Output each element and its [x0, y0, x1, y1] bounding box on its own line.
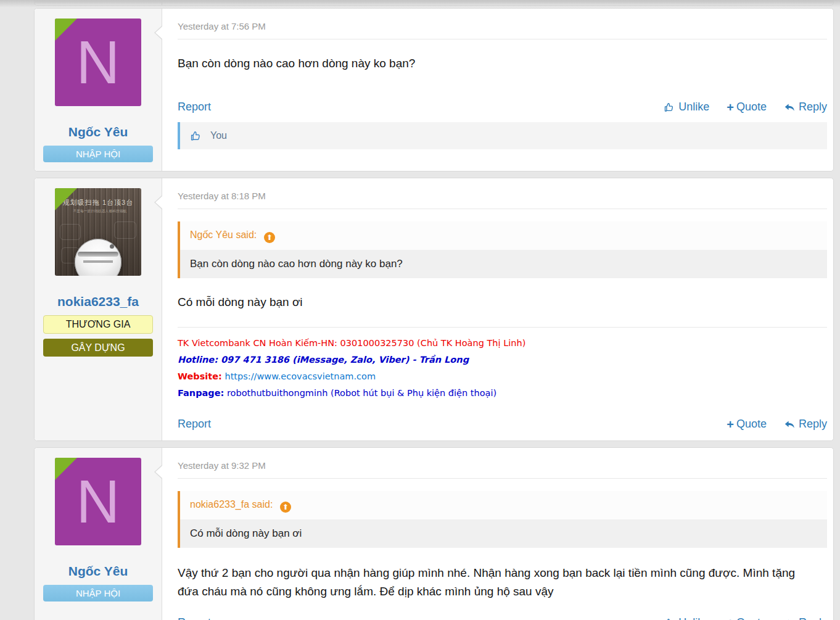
fanpage-text: robothutbuithongminh (Robot hút bụi & Ph… [227, 388, 496, 398]
reply-arrow-icon [784, 419, 795, 430]
avatar-map-decoration [60, 224, 81, 240]
author-panel: 规划吸扫拖 1台顶3台 不是每一款扫地机器人都科技领航 nokia6233_fa… [35, 178, 162, 440]
timestamp-divider [178, 478, 827, 479]
user-badge: GÂY DỰNG [43, 339, 153, 357]
post-container: N Ngốc Yêu NHẬP HỘI Yesterday at 9:32 PM… [34, 447, 834, 620]
username-link[interactable]: Ngốc Yêu [68, 125, 128, 139]
avatar-corner-icon [55, 458, 77, 480]
reply-label: Reply [799, 418, 827, 431]
quote-source-label: Ngốc Yêu said: [190, 229, 257, 240]
quote-label: Quote [736, 616, 767, 620]
signature-fanpage-line: Fanpage: robothutbuithongminh (Robot hút… [178, 385, 827, 402]
reply-link[interactable]: Reply [784, 418, 827, 431]
avatar-corner-icon [55, 188, 77, 210]
post-timestamp[interactable]: Yesterday at 8:18 PM [178, 191, 827, 201]
report-link[interactable]: Report [178, 101, 211, 114]
signature-bank-line: TK Vietcombank CN Hoàn Kiếm-HN: 03010003… [178, 335, 827, 352]
robot-bumper [78, 252, 118, 257]
avatar-map-decoration [114, 221, 136, 239]
post-actions: Report Unlike + Quote Reply [178, 101, 827, 114]
post-container: 规划吸扫拖 1台顶3台 不是每一款扫地机器人都科技领航 nokia6233_fa… [34, 178, 834, 441]
unlike-link[interactable]: Unlike [664, 616, 709, 620]
quote-source[interactable]: nokia6233_fa said: ⬆ [180, 491, 827, 519]
timestamp-divider [178, 209, 827, 209]
quote-link[interactable]: + Quote [727, 616, 767, 620]
report-link[interactable]: Report [178, 418, 211, 431]
unlike-label: Unlike [678, 101, 709, 114]
plus-icon: + [727, 418, 734, 431]
avatar-subcaption: 不是每一款扫地机器人都科技领航 [73, 209, 123, 213]
message-text: Có mỗi dòng này bạn ơi [178, 293, 827, 311]
message-text: Bạn còn dòng nào cao hơn dòng này ko bạn… [178, 54, 827, 72]
goto-quoted-post-icon[interactable]: ⬆ [280, 502, 291, 513]
unlike-link[interactable]: Unlike [664, 101, 709, 114]
post-container: N Ngốc Yêu NHẬP HỘI Yesterday at 7:56 PM… [34, 8, 834, 172]
author-panel: N Ngốc Yêu NHẬP HỘI [35, 9, 162, 171]
quote-source[interactable]: Ngốc Yêu said: ⬆ [180, 221, 827, 250]
website-label: Website: [178, 371, 222, 381]
thread-feed: N Ngốc Yêu NHẬP HỘI Yesterday at 7:56 PM… [34, 8, 834, 620]
reply-link[interactable]: Reply [784, 101, 827, 114]
thumbs-up-icon [664, 618, 675, 620]
reply-arrow-icon [784, 618, 795, 620]
username-link[interactable]: Ngốc Yêu [68, 564, 128, 579]
signature-hotline-line: Hotline: 097 471 3186 (iMessage, Zalo, V… [178, 352, 827, 368]
quote-source-label: nokia6233_fa said: [190, 499, 273, 510]
unlike-label: Unlike [678, 616, 709, 620]
quote-label: Quote [736, 418, 767, 431]
quote-block: nokia6233_fa said: ⬆ Có mỗi dòng này bạn… [178, 491, 827, 548]
quote-block: Ngốc Yêu said: ⬆ Bạn còn dòng nào cao hơ… [178, 221, 827, 278]
user-badge: NHẬP HỘI [43, 146, 153, 162]
avatar[interactable]: N [55, 458, 141, 545]
plus-icon: + [727, 617, 734, 620]
signature-website-line: Website: https://www.ecovacsvietnam.com [178, 368, 827, 385]
avatar[interactable]: N [55, 19, 141, 106]
action-group: Unlike + Quote Reply [664, 101, 827, 114]
thumbs-up-icon [190, 130, 202, 142]
previous-post-divider [162, 0, 162, 5]
signature-divider [178, 327, 827, 328]
likers-label[interactable]: You [210, 130, 227, 141]
post-content: Yesterday at 7:56 PM Bạn còn dòng nào ca… [162, 9, 833, 171]
previous-post-edge [34, 0, 834, 6]
thumbs-up-icon [664, 102, 675, 113]
plus-icon: + [727, 101, 734, 114]
username-link[interactable]: nokia6233_fa [57, 294, 139, 309]
post-content: Yesterday at 8:18 PM Ngốc Yêu said: ⬆ Bạ… [162, 178, 833, 440]
goto-quoted-post-icon[interactable]: ⬆ [264, 232, 275, 243]
quote-link[interactable]: + Quote [727, 418, 767, 431]
like-bar: You [178, 122, 827, 149]
avatar-corner-icon [55, 19, 77, 41]
post-timestamp[interactable]: Yesterday at 7:56 PM [178, 21, 827, 31]
reply-arrow-icon [784, 102, 795, 113]
user-badge: NHẬP HỘI [43, 585, 153, 601]
post-actions: Report Unlike + Quote Reply [178, 616, 827, 620]
message-text: Vậy thứ 2 bạn cho người qua nhận hàng gi… [178, 564, 819, 600]
action-group: + Quote Reply [727, 418, 827, 431]
author-panel: N Ngốc Yêu NHẬP HỘI [35, 448, 162, 620]
robot-vacuum-image [75, 239, 121, 276]
user-badge: THƯƠNG GIA [43, 315, 153, 334]
post-timestamp[interactable]: Yesterday at 9:32 PM [178, 460, 827, 471]
reply-link[interactable]: Reply [784, 616, 827, 620]
robot-logo-band [75, 260, 121, 263]
quote-link[interactable]: + Quote [727, 101, 767, 114]
quote-body: Bạn còn dòng nào cao hơn dòng này ko bạn… [180, 250, 827, 278]
signature: TK Vietcombank CN Hoàn Kiếm-HN: 03010003… [178, 335, 827, 402]
robot-button [110, 244, 114, 249]
reply-label: Reply [799, 101, 827, 114]
post-actions: Report + Quote Reply [178, 418, 827, 431]
action-group: Unlike + Quote Reply [664, 616, 827, 620]
quote-label: Quote [736, 101, 767, 114]
post-content: Yesterday at 9:32 PM nokia6233_fa said: … [162, 448, 833, 620]
reply-label: Reply [799, 616, 827, 620]
quote-body: Có mỗi dòng này bạn ơi [180, 519, 827, 548]
avatar[interactable]: 规划吸扫拖 1台顶3台 不是每一款扫地机器人都科技领航 [55, 188, 141, 276]
timestamp-divider [178, 39, 827, 39]
website-link[interactable]: https://www.ecovacsvietnam.com [224, 371, 376, 381]
report-link[interactable]: Report [178, 616, 211, 620]
fanpage-label: Fanpage: [178, 388, 224, 398]
